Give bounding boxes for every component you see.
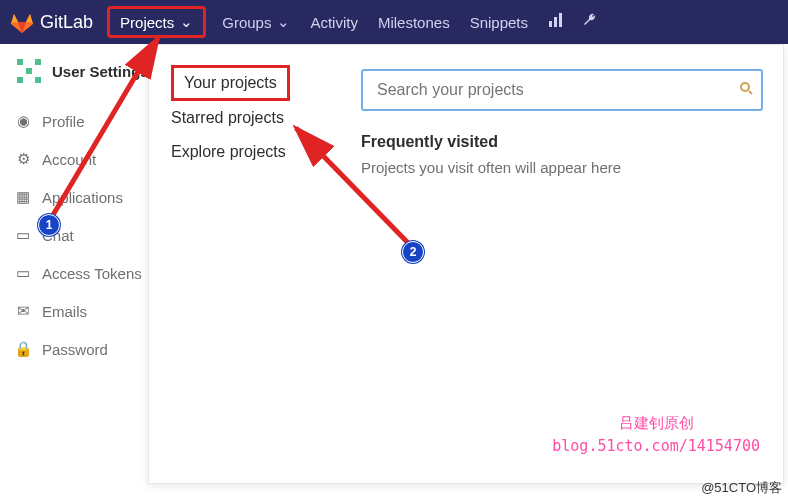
annotation-badge-1: 1 — [38, 214, 60, 236]
svg-rect-8 — [35, 77, 41, 83]
search-input[interactable] — [361, 69, 763, 111]
frequently-visited-title: Frequently visited — [361, 133, 763, 151]
nav-activity[interactable]: Activity — [300, 8, 368, 37]
gitlab-icon — [10, 10, 34, 34]
footer-credit: @51CTO博客 — [701, 479, 782, 497]
svg-line-10 — [749, 91, 752, 94]
dropdown-explore-projects[interactable]: Explore projects — [171, 135, 349, 169]
chevron-down-icon: ⌄ — [277, 13, 290, 31]
svg-rect-2 — [559, 13, 562, 27]
nav-milestones[interactable]: Milestones — [368, 8, 460, 37]
wrench-icon[interactable] — [582, 12, 598, 32]
sidebar-title: User Settings — [52, 63, 149, 80]
chart-icon[interactable] — [548, 12, 564, 32]
svg-rect-1 — [554, 17, 557, 27]
search-icon — [739, 81, 753, 99]
user-icon: ◉ — [14, 112, 32, 130]
nav-snippets[interactable]: Snippets — [460, 8, 538, 37]
sidebar: User Settings ◉Profile ⚙Account ▦Applica… — [0, 44, 155, 501]
sidebar-item-access-tokens[interactable]: ▭Access Tokens — [14, 254, 155, 292]
nav-groups[interactable]: Groups ⌄ — [212, 7, 300, 37]
sidebar-item-applications[interactable]: ▦Applications — [14, 178, 155, 216]
svg-point-9 — [741, 83, 749, 91]
dropdown-starred-projects[interactable]: Starred projects — [171, 101, 349, 135]
svg-rect-7 — [17, 77, 23, 83]
mail-icon: ✉ — [14, 302, 32, 320]
sidebar-item-emails[interactable]: ✉Emails — [14, 292, 155, 330]
grid-icon: ▦ — [14, 188, 32, 206]
avatar — [14, 56, 44, 86]
gitlab-logo[interactable]: GitLab — [10, 10, 93, 34]
sidebar-item-account[interactable]: ⚙Account — [14, 140, 155, 178]
chevron-down-icon: ⌄ — [180, 13, 193, 31]
top-nav: GitLab Projects ⌄ Groups ⌄ Activity Mile… — [0, 0, 788, 44]
chat-icon: ▭ — [14, 226, 32, 244]
sidebar-item-chat[interactable]: ▭Chat — [14, 216, 155, 254]
frequently-visited-text: Projects you visit often will appear her… — [361, 159, 763, 176]
svg-rect-4 — [17, 59, 23, 65]
sidebar-item-profile[interactable]: ◉Profile — [14, 102, 155, 140]
annotation-badge-2: 2 — [402, 241, 424, 263]
sidebar-item-password[interactable]: 🔒Password — [14, 330, 155, 368]
token-icon: ▭ — [14, 264, 32, 282]
brand-text: GitLab — [40, 12, 93, 33]
svg-rect-0 — [549, 21, 552, 27]
svg-rect-5 — [35, 59, 41, 65]
account-icon: ⚙ — [14, 150, 32, 168]
dropdown-your-projects[interactable]: Your projects — [171, 65, 290, 101]
watermark: 吕建钊原创 blog.51cto.com/14154700 — [552, 412, 760, 457]
lock-icon: 🔒 — [14, 340, 32, 358]
svg-rect-6 — [26, 68, 32, 74]
nav-projects[interactable]: Projects ⌄ — [107, 6, 206, 38]
